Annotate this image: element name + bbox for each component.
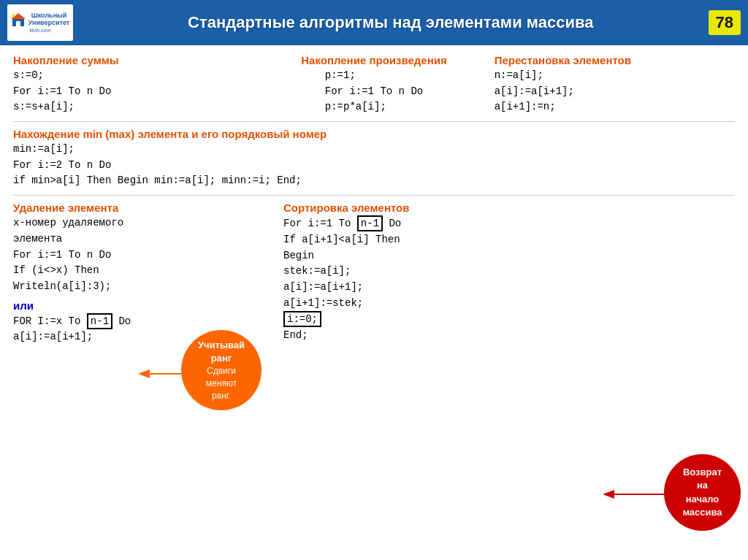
page-title: Стандартные алгоритмы над элементами мас… [73, 13, 709, 32]
section-swap-title: Перестановка элементов [495, 54, 735, 66]
code-line: Begin [283, 248, 735, 264]
svg-rect-3 [12, 14, 15, 17]
callout-return-line4: массива [682, 506, 722, 519]
code-line: For i:=2 To n Do [13, 158, 735, 174]
code-line: i:=0; [283, 311, 735, 328]
callout-return-line3: начало [682, 493, 722, 506]
highlight-i0: i:=0; [283, 311, 321, 327]
page-number: 78 [709, 10, 741, 35]
code-line: a[i+1]:=stek; [283, 296, 735, 312]
section-sort-title: Сортировка элементов [283, 202, 735, 214]
section-sum-code: s:=0; For i:=1 To n Do s:=s+a[i]; [13, 68, 253, 115]
section-delete-title: Удаление элемента [13, 202, 283, 214]
logo-subtext: litvin.com [29, 28, 50, 33]
code-line: a[i]:=a[i+1]; [495, 84, 735, 100]
code-line: If a[i+1]<a[i] Then [283, 232, 735, 248]
highlight-n1: n-1 [87, 313, 112, 329]
section-sum: Накопление суммы s:=0; For i:=1 To n Do … [13, 54, 253, 115]
callout-rank-line4: меняют [198, 377, 245, 390]
section-sort: Сортировка элементов For i:=1 To n-1 Do … [283, 202, 735, 345]
code-line: FOR I:=x To n-1 Do [13, 313, 283, 330]
code-line: s:=s+a[i]; [13, 99, 253, 115]
blue-or-label: или [13, 299, 34, 312]
code-line: p:=p*a[i]; [325, 99, 423, 115]
section-minmax-code: min:=a[i]; For i:=2 To n Do if min>a[i] … [13, 142, 735, 189]
code-line: a[i+1]:=n; [495, 99, 735, 115]
code-line: For i:=1 To n-1 Do [283, 215, 735, 232]
section-product-title: Накопление произведения [253, 54, 494, 66]
top-section: Накопление суммы s:=0; For i:=1 To n Do … [13, 54, 735, 115]
callout-rank: Учитывай ранг Сдвиги меняют ранг. [181, 330, 262, 410]
callout-rank-line5: ранг. [198, 390, 245, 402]
highlight-n1-sort: n-1 [357, 215, 383, 231]
section-product: Накопление произведения p:=1; For i:=1 T… [253, 54, 494, 115]
callout-rank-bubble: Учитывай ранг Сдвиги меняют ранг. [181, 330, 262, 410]
callout-rank-arrow [137, 367, 185, 381]
callout-return-line1: Возврат [682, 466, 722, 479]
section-swap: Перестановка элементов n:=a[i]; a[i]:=a[… [495, 54, 735, 115]
svg-rect-2 [16, 21, 20, 26]
code-line: элемента [13, 231, 283, 248]
code-line: if min>a[i] Then Begin min:=a[i]; minn:=… [13, 173, 735, 189]
section-minmax: Нахождение min (max) элемента и его поря… [13, 128, 735, 189]
section-swap-code: n:=a[i]; a[i]:=a[i+1]; a[i+1]:=n; [495, 68, 735, 115]
code-line: p:=1; [325, 68, 423, 84]
code-line: End; [283, 328, 735, 344]
logo-text: Школьный Университет [28, 12, 69, 27]
code-line: For i:=1 To n Do [13, 248, 283, 264]
callout-rank-line2: ранг [198, 352, 245, 365]
code-line: a[i]:=a[i+1]; [283, 280, 735, 296]
code-line: stek:=a[i]; [283, 264, 735, 280]
school-icon [11, 12, 26, 27]
callout-rank-line1: Учитывай [198, 339, 245, 352]
callout-rank-line3: Сдвиги [198, 365, 245, 377]
header: Школьный Университет litvin.com Стандарт… [0, 0, 748, 45]
code-line: n:=a[i]; [495, 68, 735, 84]
section-delete-code: x-номер удаляемого элемента For i:=1 To … [13, 215, 283, 294]
code-line: For i:=1 To n Do [13, 84, 253, 100]
bottom-section: Удаление элемента x-номер удаляемого эле… [13, 202, 735, 345]
divider2 [13, 195, 735, 196]
section-minmax-title: Нахождение min (max) элемента и его поря… [13, 128, 735, 140]
callout-return: Возврат на начало массива [664, 454, 741, 531]
divider1 [13, 121, 735, 122]
section-sort-code: For i:=1 To n-1 Do If a[i+1]<a[i] Then B… [283, 215, 735, 344]
code-line: For i:=1 To n Do [325, 84, 423, 100]
logo: Школьный Университет litvin.com [7, 4, 73, 41]
callout-return-arrow [602, 487, 668, 502]
code-line: If (i<>x) Then [13, 263, 283, 279]
code-line: Writeln(a[i]:3); [13, 279, 283, 295]
callout-return-line2: на [682, 479, 722, 492]
code-line: x-номер удаляемого [13, 215, 283, 231]
code-line: min:=a[i]; [13, 142, 735, 158]
callout-return-bubble: Возврат на начало массива [664, 454, 741, 531]
main-content: Накопление суммы s:=0; For i:=1 To n Do … [0, 45, 748, 560]
section-delete: Удаление элемента x-номер удаляемого эле… [13, 202, 283, 345]
section-product-code: p:=1; For i:=1 To n Do p:=p*a[i]; [325, 68, 423, 115]
code-line: s:=0; [13, 68, 253, 84]
section-sum-title: Накопление суммы [13, 54, 253, 66]
